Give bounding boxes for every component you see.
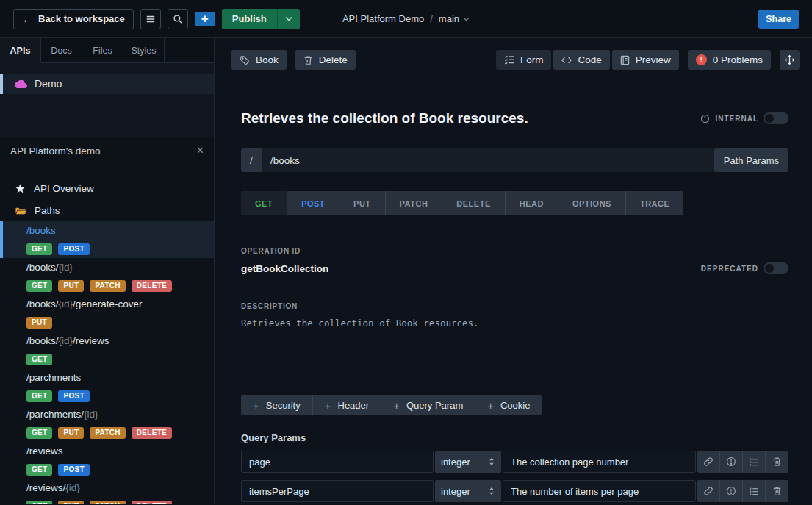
sidebar-path-item[interactable]: /reviewsGETPOST bbox=[0, 442, 214, 479]
method-tab-options[interactable]: OPTIONS bbox=[558, 191, 626, 215]
param-description-input[interactable] bbox=[503, 480, 696, 502]
param-name-input[interactable] bbox=[241, 480, 434, 502]
param-trash-button[interactable] bbox=[766, 480, 788, 502]
add-button[interactable]: + bbox=[195, 12, 215, 26]
path-params-button[interactable]: Path Params bbox=[714, 148, 788, 172]
param-trash-button[interactable] bbox=[766, 451, 788, 473]
sidebar-item-api-overview-label: API Overview bbox=[34, 183, 94, 194]
sidebar-item-paths[interactable]: Paths bbox=[0, 201, 214, 220]
breadcrumb-project[interactable]: API Platform Demo bbox=[342, 13, 424, 24]
operation-id-value[interactable]: getBookCollection bbox=[241, 263, 328, 274]
query-params-title: Query Params bbox=[241, 432, 788, 443]
method-tab-patch[interactable]: PATCH bbox=[386, 191, 443, 215]
code-icon bbox=[561, 56, 572, 65]
move-button[interactable] bbox=[780, 50, 800, 70]
method-tab-post[interactable]: POST bbox=[287, 191, 339, 215]
menu-icon bbox=[145, 14, 156, 24]
plus-icon: + bbox=[253, 399, 259, 412]
form-icon bbox=[504, 55, 514, 65]
delete-button[interactable]: Delete bbox=[295, 50, 356, 70]
tab-docs[interactable]: Docs bbox=[41, 38, 82, 63]
add-security-button[interactable]: +Security bbox=[241, 395, 313, 415]
link-icon bbox=[703, 456, 714, 467]
method-badge-put: PUT bbox=[26, 317, 52, 329]
plus-icon: + bbox=[325, 399, 331, 412]
add-parameter-buttons: +Security+Header+Query Param+Cookie bbox=[241, 395, 542, 415]
param-warning-button[interactable] bbox=[720, 451, 743, 473]
sidebar-item-demo[interactable]: Demo bbox=[0, 74, 214, 94]
info-icon bbox=[700, 114, 710, 123]
description-text[interactable]: Retrieves the collection of Book resourc… bbox=[241, 318, 788, 329]
method-tab-trace[interactable]: TRACE bbox=[626, 191, 683, 215]
sidebar-path-item[interactable]: /parchments/{id}GETPUTPATCHDELETE bbox=[0, 405, 214, 442]
sidebar-path-item[interactable]: /booksGETPOST bbox=[0, 221, 214, 258]
add-header-button[interactable]: +Header bbox=[313, 395, 381, 415]
param-link-button[interactable] bbox=[697, 451, 720, 473]
param-link-button[interactable] bbox=[697, 480, 720, 502]
publish-button[interactable]: Publish bbox=[222, 9, 300, 29]
sidebar-path-item[interactable]: /parchmentsGETPOST bbox=[0, 368, 214, 405]
view-mode-code[interactable]: Code bbox=[553, 50, 609, 70]
project-title: API Platform's demo bbox=[10, 146, 101, 157]
method-badge-delete: DELETE bbox=[132, 280, 172, 292]
sidebar-path-item[interactable]: /books/{id}/generate-coverPUT bbox=[0, 295, 214, 332]
back-to-workspace-label: Back to workspace bbox=[38, 13, 125, 24]
topbar: ← Back to workspace + Publish bbox=[0, 0, 812, 38]
deprecated-label: DEPRECATED bbox=[701, 265, 758, 273]
method-tab-put[interactable]: PUT bbox=[339, 191, 386, 215]
trash-icon bbox=[772, 486, 782, 496]
add-cookie-button[interactable]: +Cookie bbox=[475, 395, 542, 415]
path-input[interactable]: /books bbox=[262, 155, 300, 166]
tag-book-button[interactable]: Book bbox=[231, 50, 287, 70]
folder-icon bbox=[15, 206, 26, 215]
list-icon bbox=[749, 457, 759, 467]
share-button[interactable]: Share bbox=[758, 10, 799, 29]
tab-styles[interactable]: Styles bbox=[123, 38, 165, 63]
back-arrow-icon: ← bbox=[22, 13, 32, 25]
search-icon bbox=[173, 14, 183, 24]
search-button[interactable] bbox=[168, 9, 188, 29]
param-warning-button[interactable] bbox=[720, 480, 743, 502]
operation-title-row: Retrieves the collection of Book resourc… bbox=[241, 110, 788, 126]
add-query-param-button[interactable]: +Query Param bbox=[381, 395, 475, 415]
view-mode-form[interactable]: Form bbox=[496, 50, 552, 70]
method-tab-get[interactable]: GET bbox=[241, 191, 287, 215]
param-list-button[interactable] bbox=[743, 480, 766, 502]
method-tab-delete[interactable]: DELETE bbox=[442, 191, 505, 215]
plus-icon: + bbox=[201, 12, 209, 26]
link-icon bbox=[703, 486, 714, 496]
back-to-workspace-button[interactable]: ← Back to workspace bbox=[13, 9, 134, 29]
path-method-badges: GETPOST bbox=[26, 240, 214, 258]
deprecated-toggle[interactable] bbox=[764, 262, 788, 274]
problems-button[interactable]: ! 0 Problems bbox=[688, 50, 771, 70]
internal-toggle[interactable] bbox=[764, 112, 788, 124]
path-method-badges: GETPUTPATCHDELETE bbox=[26, 497, 214, 504]
param-name-input[interactable] bbox=[241, 451, 434, 473]
main-panel: Book Delete FormCodePreview ! 0 Problems bbox=[215, 38, 812, 504]
move-icon bbox=[784, 54, 795, 65]
sidebar-path-item[interactable]: /reviews/{id}GETPUTPATCHDELETE bbox=[0, 479, 214, 504]
param-list-button[interactable] bbox=[743, 451, 766, 473]
sidebar-path-item[interactable]: /books/{id}/reviewsGET bbox=[0, 332, 214, 368]
method-tab-head[interactable]: HEAD bbox=[506, 191, 558, 215]
toolbar-right-group: FormCodePreview ! 0 Problems bbox=[496, 50, 800, 70]
body-row: APIsDocsFilesStyles Demo API Platform's … bbox=[0, 38, 812, 504]
path-name: /parchments/{id} bbox=[26, 405, 214, 423]
sidebar-item-api-overview[interactable]: API Overview bbox=[0, 179, 214, 198]
operation-id-label: OPERATION ID bbox=[241, 247, 788, 255]
view-mode-preview[interactable]: Preview bbox=[612, 50, 679, 70]
close-icon[interactable]: × bbox=[197, 145, 204, 157]
branch-selector[interactable]: main bbox=[439, 13, 470, 24]
menu-button[interactable] bbox=[140, 9, 161, 29]
param-actions bbox=[697, 451, 788, 473]
internal-toggle-group: INTERNAL bbox=[700, 112, 788, 124]
tag-icon bbox=[240, 55, 250, 65]
param-type-select[interactable]: integer bbox=[435, 451, 501, 473]
sidebar-path-item[interactable]: /books/{id}GETPUTPATCHDELETE bbox=[0, 258, 214, 295]
param-description-input[interactable] bbox=[503, 451, 696, 473]
method-badge-get: GET bbox=[26, 427, 52, 439]
description-label: DESCRIPTION bbox=[241, 302, 788, 310]
param-type-select[interactable]: integer bbox=[435, 480, 501, 502]
tab-apis[interactable]: APIs bbox=[0, 38, 41, 63]
tab-files[interactable]: Files bbox=[82, 38, 123, 63]
